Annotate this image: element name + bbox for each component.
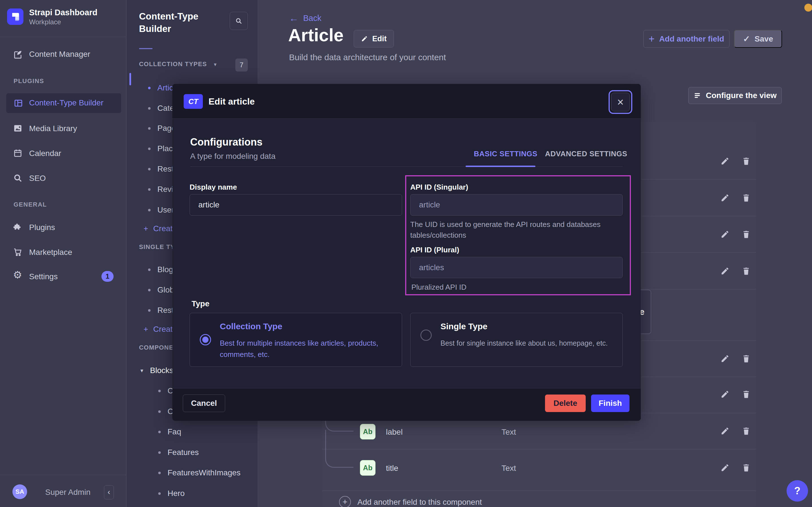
sidebar-item-label: SEO <box>29 174 46 183</box>
sidebar-item-label: Content-Type Builder <box>29 98 104 107</box>
api-id-singular-input[interactable] <box>410 194 623 216</box>
display-name-input[interactable] <box>190 194 402 216</box>
close-button-focus-ring: × <box>609 90 632 114</box>
tab-basic-settings[interactable]: BASIC SETTINGS <box>474 150 538 158</box>
active-tab-indicator <box>465 166 536 167</box>
sidebar-item-label: Plugins <box>29 223 55 232</box>
check-icon: ✓ <box>743 34 750 44</box>
text-field-type-badge: Ab <box>360 460 375 475</box>
radio-unselected-icon[interactable] <box>420 330 432 341</box>
sidebar-item-label: Settings <box>29 272 58 281</box>
app-subtitle: Workplace <box>29 18 61 26</box>
help-button[interactable]: ? <box>787 480 808 502</box>
collection-types-label: COLLECTION TYPES <box>139 60 207 67</box>
subnav-item-featureswithimages[interactable]: FeaturesWithImages <box>158 468 240 477</box>
subnav-item-label: Rest <box>158 165 174 173</box>
cancel-button[interactable]: Cancel <box>183 395 225 412</box>
search-icon <box>13 173 22 183</box>
row-edit-button[interactable] <box>721 427 730 436</box>
configure-the-view-button[interactable]: Configure the view <box>688 87 782 104</box>
row-edit-button[interactable] <box>721 267 730 276</box>
settings-notification-badge: 1 <box>102 271 114 282</box>
back-link[interactable]: ← Back <box>289 13 321 24</box>
row-delete-button[interactable] <box>742 193 751 202</box>
subnav-item-label: Hero <box>168 489 185 498</box>
row-delete-button[interactable] <box>742 230 751 239</box>
modal-title: Edit article <box>208 96 255 107</box>
display-name-label: Display name <box>190 183 237 191</box>
collapse-sidebar-button[interactable]: ‹ <box>104 485 114 499</box>
plus-icon: + <box>143 224 148 233</box>
bullet-icon <box>148 148 150 150</box>
close-icon[interactable]: × <box>611 93 630 111</box>
bullet-icon <box>148 209 150 211</box>
sidebar-item-label: Calendar <box>29 149 61 158</box>
row-delete-button[interactable] <box>742 390 751 399</box>
subnav-item-rest-single[interactable]: Rest <box>148 305 174 315</box>
divider <box>190 166 623 167</box>
create-collection-type-link[interactable]: +Create <box>143 224 177 233</box>
api-id-singular-label: API ID (Singular) <box>410 183 468 191</box>
row-edit-button[interactable] <box>721 230 730 239</box>
row-edit-button[interactable] <box>721 193 730 202</box>
subnav-item-label: FeaturesWithImages <box>168 468 240 477</box>
collection-type-option[interactable]: Collection Type Best for multiple instan… <box>190 313 402 367</box>
row-delete-button[interactable] <box>742 463 751 472</box>
scrollbar-thumb[interactable] <box>129 73 131 86</box>
bullet-icon <box>148 289 150 291</box>
row-edit-button[interactable] <box>721 354 730 363</box>
chevron-down-icon: ▼ <box>213 62 218 67</box>
api-id-plural-help: Pluralized API ID <box>412 282 466 292</box>
strapi-logo-icon <box>7 8 23 25</box>
row-delete-button[interactable] <box>742 157 751 166</box>
save-button[interactable]: ✓ Save <box>734 30 782 48</box>
subnav-title: Content-Type Builder <box>139 10 224 35</box>
subnav-search-button[interactable] <box>230 12 248 30</box>
calendar-icon <box>13 148 22 158</box>
single-type-desc: Best for single instance like about us, … <box>440 337 608 349</box>
sidebar-item-content-type-builder[interactable]: Content-Type Builder <box>6 93 121 113</box>
layout-grid-icon <box>13 98 23 108</box>
subnav-item-features[interactable]: Features <box>158 448 199 457</box>
row-edit-button[interactable] <box>721 390 730 399</box>
tab-advanced-settings[interactable]: ADVANCED SETTINGS <box>545 150 627 158</box>
subnav-item-hero[interactable]: Hero <box>158 489 185 498</box>
create-single-type-link[interactable]: +Create <box>143 325 177 334</box>
subnav-item-rest[interactable]: Rest <box>148 164 174 174</box>
row-edit-button[interactable] <box>721 463 730 472</box>
bullet-icon <box>158 451 161 454</box>
collection-types-header[interactable]: COLLECTION TYPES ▼ <box>139 60 218 68</box>
bullet-icon <box>148 269 150 271</box>
row-delete-button[interactable] <box>742 427 751 436</box>
row-edit-button[interactable] <box>721 157 730 166</box>
api-id-plural-label: API ID (Plural) <box>410 245 459 255</box>
subnav-item-faq[interactable]: Faq <box>158 427 181 437</box>
tree-connector <box>325 447 354 468</box>
text-field-type-badge: Ab <box>360 424 375 440</box>
sidebar-item-label: Content Manager <box>29 50 90 59</box>
collection-type-desc: Best for multiple instances like article… <box>220 337 395 360</box>
add-another-field-button[interactable]: + Add another field <box>643 30 730 48</box>
row-delete-button[interactable] <box>742 354 751 363</box>
strapi-logo[interactable] <box>7 8 23 25</box>
delete-button[interactable]: Delete <box>545 395 586 412</box>
radio-selected-icon[interactable] <box>200 334 211 345</box>
page-title: Article <box>288 25 343 45</box>
bullet-icon <box>148 188 150 191</box>
edit-button[interactable]: Edit <box>354 30 394 48</box>
bullet-icon <box>158 431 161 433</box>
avatar[interactable]: SA <box>12 485 27 499</box>
add-field-row-label: Add another field to this component <box>357 498 482 507</box>
bullet-icon <box>158 472 161 474</box>
subnav-group-blocks[interactable]: ▾ Blocks <box>140 366 174 375</box>
section-title: Configurations <box>190 136 262 148</box>
single-type-option[interactable]: Single Type Best for single instance lik… <box>410 313 623 367</box>
row-delete-button[interactable] <box>742 267 751 276</box>
single-type-title: Single Type <box>440 322 487 331</box>
sidebar-item-label: Media Library <box>29 124 77 133</box>
divider <box>0 475 126 475</box>
subnav-item-blog[interactable]: Blog <box>148 265 173 274</box>
finish-button[interactable]: Finish <box>591 395 629 412</box>
tree-line <box>325 430 326 448</box>
api-id-plural-input[interactable] <box>410 257 623 278</box>
